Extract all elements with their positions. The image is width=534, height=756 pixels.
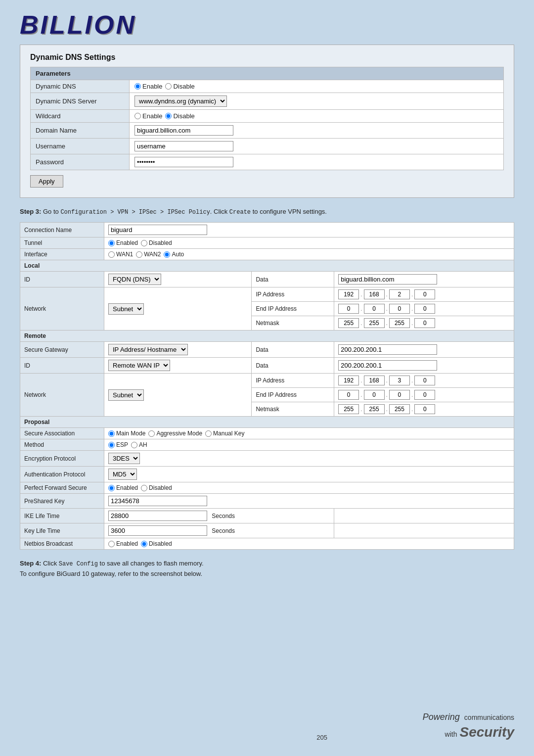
encryption-select[interactable]: 3DES	[108, 453, 140, 464]
secure-gateway-data-input[interactable]	[338, 344, 437, 355]
netbios-disabled-label[interactable]: Disabled	[141, 540, 172, 547]
domain-name-input[interactable]	[134, 125, 233, 136]
with-word: with	[445, 730, 457, 738]
interface-wan1-radio[interactable]	[108, 251, 115, 258]
local-id-data-input[interactable]	[338, 274, 437, 284]
remote-netmask-2[interactable]	[364, 404, 385, 414]
pfs-enabled-label[interactable]: Enabled	[108, 484, 138, 491]
pfs-disabled-label[interactable]: Disabled	[141, 484, 172, 491]
main-mode-label[interactable]: Main Mode	[108, 430, 145, 437]
dot9: .	[411, 320, 413, 327]
dns-server-value: www.dyndns.org (dynamic)	[130, 93, 504, 110]
aggressive-mode-label[interactable]: Aggressive Mode	[148, 430, 202, 437]
dns-settings-panel: Dynamic DNS Settings Parameters Dynamic …	[20, 45, 514, 198]
local-ip-value: . . .	[334, 287, 514, 302]
security-word: Security	[460, 724, 515, 740]
local-netmask-3[interactable]	[389, 318, 410, 328]
esp-radio[interactable]	[108, 442, 115, 448]
connection-name-input[interactable]	[108, 225, 207, 235]
local-id-type-select[interactable]: FQDN (DNS)	[108, 274, 161, 285]
powering-word: Powering	[423, 712, 460, 722]
aggressive-mode-radio[interactable]	[148, 430, 155, 437]
local-netmask-4[interactable]	[414, 318, 435, 328]
apply-button[interactable]: Apply	[30, 175, 63, 188]
preshared-key-input[interactable]	[108, 496, 207, 506]
dynamic-dns-enable-radio[interactable]	[134, 83, 141, 90]
password-input[interactable]	[134, 157, 233, 167]
key-empty	[334, 523, 514, 538]
key-unit: Seconds	[212, 527, 235, 534]
interface-auto-label[interactable]: Auto	[164, 251, 184, 258]
parameters-header: Parameters	[31, 67, 504, 80]
dynamic-dns-disable-label[interactable]: Disable	[165, 83, 194, 90]
tunnel-disabled-label[interactable]: Disabled	[141, 239, 172, 246]
netbios-enabled-radio[interactable]	[108, 541, 115, 547]
local-endip-3[interactable]	[389, 304, 410, 314]
local-network-type-select[interactable]: Subnet	[108, 303, 144, 315]
local-ip-3[interactable]	[389, 289, 410, 299]
remote-endip-1[interactable]	[338, 390, 359, 400]
dynamic-dns-enable-label[interactable]: Enable	[134, 83, 162, 90]
pfs-enabled-radio[interactable]	[108, 485, 115, 491]
local-endip-2[interactable]	[364, 304, 385, 314]
tunnel-label: Tunnel	[20, 237, 104, 249]
tunnel-enabled-label[interactable]: Enabled	[108, 239, 138, 246]
main-mode-radio[interactable]	[108, 430, 115, 437]
interface-wan1-label[interactable]: WAN1	[108, 251, 133, 258]
tunnel-disabled-radio[interactable]	[141, 240, 147, 246]
key-input[interactable]	[108, 525, 207, 536]
remote-netmask-1[interactable]	[338, 404, 359, 414]
local-ip-1[interactable]	[338, 289, 359, 299]
local-endip-1[interactable]	[338, 304, 359, 314]
remote-endip-3[interactable]	[389, 390, 410, 400]
key-value: Seconds	[104, 523, 334, 538]
remote-ip-value: . . .	[334, 374, 514, 388]
ike-input[interactable]	[108, 511, 207, 521]
remote-id-type-select[interactable]: Remote WAN IP	[108, 360, 170, 371]
tunnel-enabled-radio[interactable]	[108, 240, 115, 246]
secure-gateway-type-select[interactable]: IP Address/ Hostname	[108, 344, 188, 355]
local-network-type: Subnet	[104, 287, 252, 331]
interface-wan2-radio[interactable]	[136, 251, 142, 258]
local-endip-4[interactable]	[414, 304, 435, 314]
step3-label: Step 3:	[20, 208, 41, 215]
dynamic-dns-disable-radio[interactable]	[165, 83, 172, 90]
netbios-disabled-radio[interactable]	[141, 541, 147, 547]
username-input[interactable]	[134, 141, 233, 151]
wildcard-disable-radio[interactable]	[165, 113, 172, 119]
local-netmask-1[interactable]	[338, 318, 359, 328]
step3-text1: Go to	[43, 208, 60, 215]
dot5: .	[386, 305, 388, 312]
remote-ip-1[interactable]	[338, 376, 359, 385]
esp-label[interactable]: ESP	[108, 441, 128, 448]
pfs-disabled-radio[interactable]	[141, 485, 147, 491]
secure-assoc-value: Main Mode Aggressive Mode Manual Key	[104, 428, 514, 439]
auth-select[interactable]: MD5	[108, 469, 137, 480]
interface-auto-radio[interactable]	[164, 251, 170, 258]
username-label: Username	[31, 139, 130, 154]
ah-label[interactable]: AH	[131, 441, 147, 448]
remote-ip-2[interactable]	[364, 376, 385, 385]
manual-key-label[interactable]: Manual Key	[205, 430, 244, 437]
remote-ip-3[interactable]	[389, 376, 410, 385]
dns-server-select[interactable]: www.dyndns.org (dynamic)	[134, 95, 227, 107]
remote-network-type-select[interactable]: Subnet	[108, 389, 144, 401]
remote-endip-2[interactable]	[364, 390, 385, 400]
secure-assoc-row: Secure Association Main Mode Aggressive …	[20, 428, 514, 439]
local-netmask-2[interactable]	[364, 318, 385, 328]
dns-title: Dynamic DNS Settings	[30, 53, 504, 62]
remote-id-data-input[interactable]	[338, 360, 437, 371]
ah-radio[interactable]	[131, 442, 137, 448]
wildcard-disable-label[interactable]: Disable	[165, 112, 194, 120]
manual-key-radio[interactable]	[205, 430, 212, 437]
interface-wan2-label[interactable]: WAN2	[136, 251, 161, 258]
local-ip-4[interactable]	[414, 289, 435, 299]
remote-netmask-4[interactable]	[414, 404, 435, 414]
local-ip-2[interactable]	[364, 289, 385, 299]
wildcard-enable-label[interactable]: Enable	[134, 112, 162, 120]
wildcard-enable-radio[interactable]	[134, 113, 141, 119]
remote-netmask-3[interactable]	[389, 404, 410, 414]
netbios-enabled-label[interactable]: Enabled	[108, 540, 138, 547]
remote-ip-4[interactable]	[414, 376, 435, 385]
remote-endip-4[interactable]	[414, 390, 435, 400]
